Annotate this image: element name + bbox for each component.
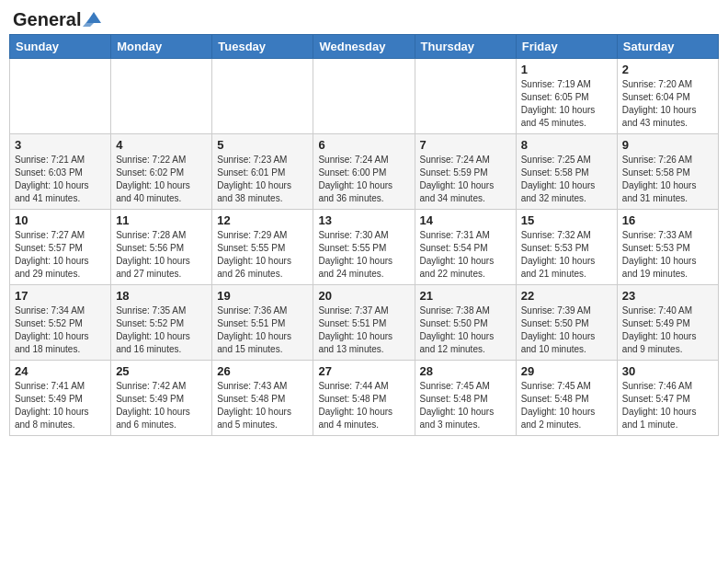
day-info: Sunrise: 7:43 AM Sunset: 5:48 PM Dayligh… [217,380,308,431]
day-number: 6 [318,138,409,152]
day-info: Sunrise: 7:20 AM Sunset: 6:04 PM Dayligh… [622,78,713,130]
calendar-cell: 19Sunrise: 7:36 AM Sunset: 5:51 PM Dayli… [212,285,313,361]
calendar-cell: 7Sunrise: 7:24 AM Sunset: 5:59 PM Daylig… [415,134,516,210]
day-number: 18 [116,289,207,303]
day-number: 4 [116,138,207,152]
day-number: 14 [420,213,511,227]
calendar-cell: 9Sunrise: 7:26 AM Sunset: 5:58 PM Daylig… [617,134,718,210]
day-number: 1 [521,63,612,76]
day-info: Sunrise: 7:33 AM Sunset: 5:53 PM Dayligh… [622,229,713,281]
weekday-header-sunday: Sunday [10,35,111,59]
logo: General [13,9,103,27]
day-info: Sunrise: 7:29 AM Sunset: 5:55 PM Dayligh… [217,229,308,281]
day-info: Sunrise: 7:30 AM Sunset: 5:55 PM Dayligh… [318,229,409,281]
calendar-cell: 28Sunrise: 7:45 AM Sunset: 5:48 PM Dayli… [415,361,516,436]
day-info: Sunrise: 7:19 AM Sunset: 6:05 PM Dayligh… [521,78,612,130]
calendar-cell: 20Sunrise: 7:37 AM Sunset: 5:51 PM Dayli… [313,285,415,361]
day-number: 12 [217,213,308,227]
calendar-cell [212,59,313,134]
weekday-header-monday: Monday [111,35,212,59]
weekday-header-friday: Friday [516,35,617,59]
day-info: Sunrise: 7:28 AM Sunset: 5:56 PM Dayligh… [116,229,207,281]
calendar-cell: 1Sunrise: 7:19 AM Sunset: 6:05 PM Daylig… [516,59,617,134]
calendar-cell: 3Sunrise: 7:21 AM Sunset: 6:03 PM Daylig… [10,134,111,210]
calendar-cell: 4Sunrise: 7:22 AM Sunset: 6:02 PM Daylig… [111,134,212,210]
day-info: Sunrise: 7:27 AM Sunset: 5:57 PM Dayligh… [15,229,106,281]
day-info: Sunrise: 7:38 AM Sunset: 5:50 PM Dayligh… [420,304,511,356]
calendar-cell: 5Sunrise: 7:23 AM Sunset: 6:01 PM Daylig… [212,134,313,210]
calendar-table: SundayMondayTuesdayWednesdayThursdayFrid… [9,34,719,436]
day-info: Sunrise: 7:24 AM Sunset: 5:59 PM Dayligh… [420,154,511,205]
day-info: Sunrise: 7:32 AM Sunset: 5:53 PM Dayligh… [521,229,612,281]
day-number: 30 [622,364,713,378]
day-info: Sunrise: 7:44 AM Sunset: 5:48 PM Dayligh… [318,380,409,431]
day-number: 29 [521,364,612,378]
day-number: 27 [318,364,409,378]
weekday-header-thursday: Thursday [415,35,516,59]
day-number: 19 [217,289,308,303]
day-number: 11 [116,213,207,227]
calendar-cell: 8Sunrise: 7:25 AM Sunset: 5:58 PM Daylig… [516,134,617,210]
calendar-cell: 22Sunrise: 7:39 AM Sunset: 5:50 PM Dayli… [516,285,617,361]
day-number: 24 [15,364,106,378]
calendar-cell: 6Sunrise: 7:24 AM Sunset: 6:00 PM Daylig… [313,134,415,210]
weekday-header-wednesday: Wednesday [313,35,415,59]
day-number: 9 [622,138,713,152]
day-number: 10 [15,213,106,227]
day-number: 15 [521,213,612,227]
day-number: 28 [420,364,511,378]
calendar-cell [415,59,516,134]
calendar-cell: 25Sunrise: 7:42 AM Sunset: 5:49 PM Dayli… [111,361,212,436]
day-info: Sunrise: 7:25 AM Sunset: 5:58 PM Dayligh… [521,154,612,205]
calendar-cell [313,59,415,134]
calendar-cell: 14Sunrise: 7:31 AM Sunset: 5:54 PM Dayli… [415,210,516,285]
day-number: 23 [622,289,713,303]
calendar-week-4: 17Sunrise: 7:34 AM Sunset: 5:52 PM Dayli… [10,285,719,361]
day-info: Sunrise: 7:45 AM Sunset: 5:48 PM Dayligh… [420,380,511,431]
day-number: 13 [318,213,409,227]
day-number: 16 [622,213,713,227]
calendar-cell: 29Sunrise: 7:45 AM Sunset: 5:48 PM Dayli… [516,361,617,436]
day-info: Sunrise: 7:34 AM Sunset: 5:52 PM Dayligh… [15,304,106,356]
calendar-cell: 11Sunrise: 7:28 AM Sunset: 5:56 PM Dayli… [111,210,212,285]
weekday-header-tuesday: Tuesday [212,35,313,59]
calendar-cell: 26Sunrise: 7:43 AM Sunset: 5:48 PM Dayli… [212,361,313,436]
calendar-cell [10,59,111,134]
day-info: Sunrise: 7:41 AM Sunset: 5:49 PM Dayligh… [15,380,106,431]
calendar-cell [111,59,212,134]
day-info: Sunrise: 7:45 AM Sunset: 5:48 PM Dayligh… [521,380,612,431]
calendar-cell: 16Sunrise: 7:33 AM Sunset: 5:53 PM Dayli… [617,210,718,285]
day-info: Sunrise: 7:22 AM Sunset: 6:02 PM Dayligh… [116,154,207,205]
day-number: 20 [318,289,409,303]
calendar-cell: 17Sunrise: 7:34 AM Sunset: 5:52 PM Dayli… [10,285,111,361]
day-number: 3 [15,138,106,152]
day-info: Sunrise: 7:46 AM Sunset: 5:47 PM Dayligh… [622,380,713,431]
day-number: 2 [622,63,713,76]
day-info: Sunrise: 7:36 AM Sunset: 5:51 PM Dayligh… [217,304,308,356]
calendar-cell: 13Sunrise: 7:30 AM Sunset: 5:55 PM Dayli… [313,210,415,285]
calendar-week-2: 3Sunrise: 7:21 AM Sunset: 6:03 PM Daylig… [10,134,719,210]
day-info: Sunrise: 7:37 AM Sunset: 5:51 PM Dayligh… [318,304,409,356]
calendar-cell: 12Sunrise: 7:29 AM Sunset: 5:55 PM Dayli… [212,210,313,285]
calendar-cell: 15Sunrise: 7:32 AM Sunset: 5:53 PM Dayli… [516,210,617,285]
day-info: Sunrise: 7:24 AM Sunset: 6:00 PM Dayligh… [318,154,409,205]
day-info: Sunrise: 7:31 AM Sunset: 5:54 PM Dayligh… [420,229,511,281]
calendar-cell: 10Sunrise: 7:27 AM Sunset: 5:57 PM Dayli… [10,210,111,285]
calendar-header-row: SundayMondayTuesdayWednesdayThursdayFrid… [10,35,719,59]
calendar-cell: 24Sunrise: 7:41 AM Sunset: 5:49 PM Dayli… [10,361,111,436]
day-number: 8 [521,138,612,152]
day-number: 17 [15,289,106,303]
day-info: Sunrise: 7:40 AM Sunset: 5:49 PM Dayligh… [622,304,713,356]
day-number: 22 [521,289,612,303]
calendar-week-3: 10Sunrise: 7:27 AM Sunset: 5:57 PM Dayli… [10,210,719,285]
page-header: General [9,9,719,27]
weekday-header-saturday: Saturday [617,35,718,59]
day-info: Sunrise: 7:23 AM Sunset: 6:01 PM Dayligh… [217,154,308,205]
calendar-cell: 2Sunrise: 7:20 AM Sunset: 6:04 PM Daylig… [617,59,718,134]
calendar-cell: 23Sunrise: 7:40 AM Sunset: 5:49 PM Dayli… [617,285,718,361]
day-number: 21 [420,289,511,303]
calendar-week-5: 24Sunrise: 7:41 AM Sunset: 5:49 PM Dayli… [10,361,719,436]
calendar-week-1: 1Sunrise: 7:19 AM Sunset: 6:05 PM Daylig… [10,59,719,134]
logo-icon [83,10,103,27]
calendar-cell: 27Sunrise: 7:44 AM Sunset: 5:48 PM Dayli… [313,361,415,436]
